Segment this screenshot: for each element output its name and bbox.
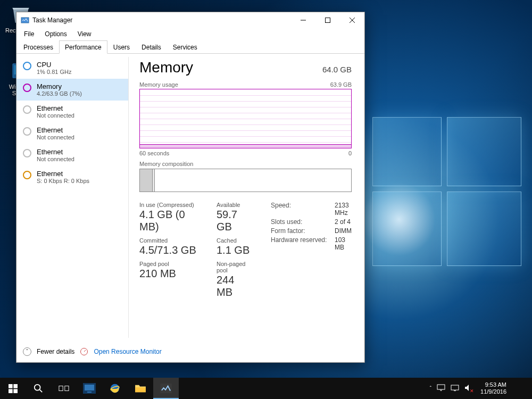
start-button[interactable] [0,378,26,399]
graph-x-left: 60 seconds [139,150,169,156]
graph-x-right: 0 [348,150,352,156]
titlebar[interactable]: Task Manager [16,12,364,28]
composition-label: Memory composition [139,161,352,167]
minimize-button[interactable] [291,12,315,28]
svg-rect-14 [85,385,94,390]
fewer-details-button[interactable]: Fewer details [37,348,74,355]
chevron-up-icon[interactable]: ˆ [23,347,31,356]
menu-options[interactable]: Options [39,29,72,39]
sidebar-item-sub: 1% 0.81 GHz [37,69,71,75]
svg-rect-18 [135,387,146,392]
sidebar-item-label: Ethernet [37,104,74,112]
graph-fill [140,144,351,148]
system-tray[interactable]: ˆ ✕ [427,384,476,393]
kv-slots: 2 of 4 [335,218,352,226]
memory-composition-bar[interactable] [139,169,352,192]
tab-strip: Processes Performance Users Details Serv… [16,40,364,54]
menu-file[interactable]: File [19,29,39,39]
clock-date: 11/9/2016 [480,388,506,395]
tray-network-icon[interactable] [451,384,459,393]
sidebar-item-memory[interactable]: Memory4.2/63.9 GB (7%) [16,79,128,101]
taskbar: ˆ ✕ 9:53 AM 11/9/2016 [0,378,532,399]
tab-performance[interactable]: Performance [59,40,107,54]
sidebar-item-sub: Not connected [37,156,74,162]
task-view-button[interactable] [51,378,77,399]
window-title: Task Manager [32,16,291,24]
stat-label: Cached [217,237,253,244]
tab-users[interactable]: Users [107,40,136,54]
taskbar-app-ie[interactable] [102,378,128,399]
svg-rect-11 [59,386,63,390]
stat-label: In use (Compressed) [139,202,198,208]
sidebar-item-sub: Not connected [37,134,74,140]
svg-rect-9 [13,389,18,393]
stat-available: 59.7 GB [217,209,253,233]
graph-max-label: 63.9 GB [330,81,352,88]
sidebar-item-ethernet-2[interactable]: EthernetNot connected [16,122,128,144]
menu-view[interactable]: View [72,29,97,39]
memory-icon [23,84,31,92]
stat-label: Committed [139,237,198,244]
page-title: Memory [139,59,193,76]
sidebar-item-label: CPU [37,61,71,69]
clock-time: 9:53 AM [480,381,506,388]
tab-details[interactable]: Details [136,40,167,54]
sidebar-item-ethernet-1[interactable]: EthernetNot connected [16,101,128,122]
sidebar-item-label: Ethernet [37,126,74,134]
sidebar-item-sub: 4.2/63.9 GB (7%) [37,90,82,97]
kv-speed: 2133 MHz [335,202,352,217]
svg-rect-22 [454,390,456,391]
stat-committed: 4.5/71.3 GB [139,244,198,256]
ethernet-icon [23,105,31,114]
sidebar-item-label: Ethernet [37,148,74,156]
stat-nonpaged-pool: 244 MB [217,274,253,298]
composition-modified [153,169,155,192]
stat-label: Paged pool [139,261,198,267]
show-desktop-button[interactable] [511,378,532,399]
kv-hw-reserved: 103 MB [335,236,352,251]
tray-volume-icon[interactable]: ✕ [464,384,473,393]
stat-paged-pool: 210 MB [139,268,198,280]
tab-services[interactable]: Services [167,40,203,54]
stat-in-use: 4.1 GB (0 MB) [139,209,198,233]
maximize-button[interactable] [315,12,340,28]
performance-sidebar: CPU1% 0.81 GHz Memory4.2/63.9 GB (7%) Et… [16,54,128,341]
app-icon [21,16,29,24]
ethernet-icon [23,171,31,179]
stat-cached: 1.1 GB [217,244,253,256]
composition-in-use [140,169,153,192]
ethernet-icon [23,149,31,157]
memory-usage-graph[interactable] [139,89,352,148]
memory-capacity: 64.0 GB [322,65,352,74]
tray-action-center-icon[interactable] [437,384,445,393]
taskbar-app-task-manager[interactable] [153,378,179,399]
sidebar-item-sub: S: 0 Kbps R: 0 Kbps [37,178,89,184]
kv-label: Form factor: [271,227,335,235]
tab-processes[interactable]: Processes [18,40,59,54]
sidebar-item-ethernet-4[interactable]: EthernetS: 0 Kbps R: 0 Kbps [16,166,128,188]
taskbar-clock[interactable]: 9:53 AM 11/9/2016 [476,381,511,395]
svg-rect-15 [87,392,92,393]
open-resource-monitor-link[interactable]: Open Resource Monitor [94,348,161,355]
kv-label: Slots used: [271,218,335,226]
stat-label: Available [217,202,253,208]
close-button[interactable] [340,12,364,28]
svg-rect-8 [9,389,13,393]
sidebar-item-cpu[interactable]: CPU1% 0.81 GHz [16,57,128,79]
sidebar-item-ethernet-3[interactable]: EthernetNot connected [16,144,128,166]
memory-panel: Memory 64.0 GB Memory usage 63.9 GB 60 s… [129,54,364,341]
search-button[interactable] [26,378,51,399]
svg-rect-21 [451,385,459,390]
stat-label: Non-paged pool [217,261,253,273]
task-manager-window: Task Manager File Options View Processes… [16,12,365,363]
menu-bar: File Options View [16,28,364,40]
sidebar-item-label: Ethernet [37,170,89,178]
svg-rect-4 [326,18,330,23]
taskbar-app-explorer[interactable] [128,378,153,399]
taskbar-app-server-manager[interactable] [77,378,102,399]
kv-form-factor: DIMM [335,227,352,235]
sidebar-item-label: Memory [37,82,82,90]
sidebar-item-sub: Not connected [37,112,74,119]
svg-rect-20 [437,385,445,389]
tray-chevron-up-icon[interactable]: ˆ [430,386,431,392]
